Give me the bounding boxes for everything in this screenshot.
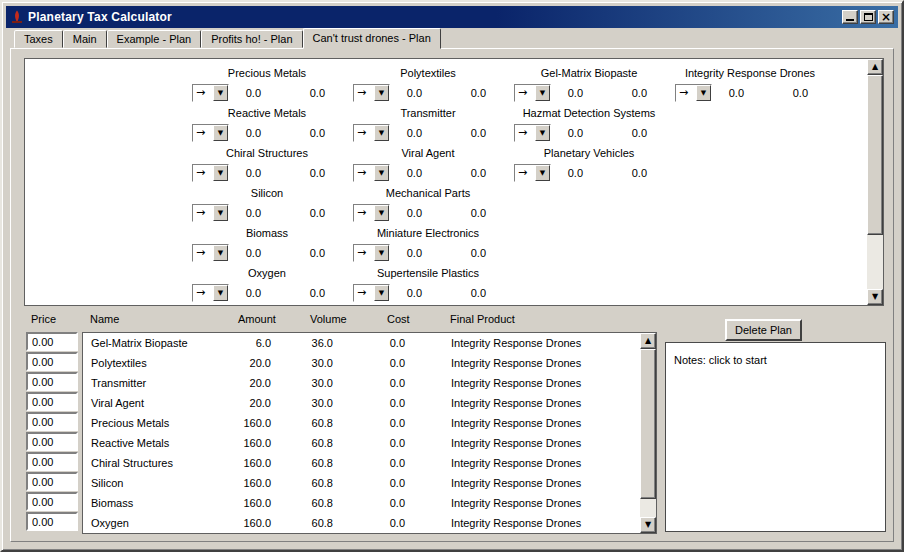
route-combobox[interactable]: → ▼ bbox=[353, 124, 390, 142]
combobox-dropdown-button[interactable]: ▼ bbox=[213, 205, 228, 221]
combobox-dropdown-button[interactable]: ▼ bbox=[374, 125, 389, 141]
combobox-dropdown-button[interactable]: ▼ bbox=[374, 85, 389, 101]
combobox-dropdown-button[interactable]: ▼ bbox=[374, 165, 389, 181]
route-combobox[interactable]: → ▼ bbox=[353, 244, 390, 262]
route-combobox-value: → bbox=[354, 285, 374, 301]
commodity-value-2: 0.0 bbox=[261, 167, 325, 179]
commodity-value-1: 0.0 bbox=[229, 287, 261, 299]
delete-plan-button[interactable]: Delete Plan bbox=[725, 319, 802, 341]
window-title: Planetary Tax Calculator bbox=[28, 10, 172, 24]
tab-profits-ho-plan[interactable]: Profits ho! - Plan bbox=[201, 30, 302, 48]
list-row[interactable]: Silicon 160.0 60.8 0.0 Integrity Respons… bbox=[83, 473, 640, 493]
list-row[interactable]: Gel-Matrix Biopaste 6.0 36.0 0.0 Integri… bbox=[83, 333, 640, 353]
combobox-dropdown-button[interactable]: ▼ bbox=[213, 85, 228, 101]
list-row[interactable]: Oxygen 160.0 60.8 0.0 Integrity Response… bbox=[83, 513, 640, 533]
route-combobox[interactable]: → ▼ bbox=[514, 84, 551, 102]
list-row[interactable]: Precious Metals 160.0 60.8 0.0 Integrity… bbox=[83, 413, 640, 433]
combobox-dropdown-button[interactable]: ▼ bbox=[213, 165, 228, 181]
item-name: Polytextiles bbox=[83, 353, 231, 373]
combobox-dropdown-button[interactable]: ▼ bbox=[213, 125, 228, 141]
minimize-button[interactable] bbox=[842, 10, 858, 24]
price-input[interactable] bbox=[26, 452, 78, 471]
combobox-dropdown-button[interactable]: ▼ bbox=[696, 85, 711, 101]
route-combobox[interactable]: → ▼ bbox=[192, 244, 229, 262]
plan-scrollbar[interactable]: ▲ ▼ bbox=[867, 59, 883, 305]
route-combobox[interactable]: → ▼ bbox=[192, 84, 229, 102]
route-combobox[interactable]: → ▼ bbox=[192, 284, 229, 302]
price-input[interactable] bbox=[26, 432, 78, 451]
scroll-down-button[interactable]: ▼ bbox=[867, 289, 883, 305]
combobox-dropdown-button[interactable]: ▼ bbox=[535, 165, 550, 181]
commodity-controls: → ▼ 0.0 0.0 bbox=[353, 243, 514, 263]
item-amount: 160.0 bbox=[231, 413, 271, 433]
route-combobox[interactable]: → ▼ bbox=[353, 164, 390, 182]
scroll-up-button[interactable]: ▲ bbox=[640, 333, 656, 349]
price-input[interactable] bbox=[26, 472, 78, 491]
scroll-down-button[interactable]: ▼ bbox=[640, 517, 656, 533]
scrollbar-thumb[interactable] bbox=[640, 349, 656, 499]
commodity-value-2: 0.0 bbox=[583, 167, 647, 179]
price-cell bbox=[26, 472, 78, 492]
commodity-cell: Miniature Electronics → ▼ 0.0 0.0 bbox=[353, 223, 514, 263]
item-final-product: Integrity Response Drones bbox=[405, 353, 581, 373]
list-row[interactable]: Transmitter 20.0 30.0 0.0 Integrity Resp… bbox=[83, 373, 640, 393]
list-row[interactable]: Reactive Metals 160.0 60.8 0.0 Integrity… bbox=[83, 433, 640, 453]
route-combobox[interactable]: → ▼ bbox=[353, 284, 390, 302]
commodity-cell: Integrity Response Drones → ▼ 0.0 0.0 bbox=[675, 63, 836, 103]
route-combobox[interactable]: → ▼ bbox=[353, 204, 390, 222]
route-combobox[interactable]: → ▼ bbox=[353, 84, 390, 102]
combobox-dropdown-button[interactable]: ▼ bbox=[213, 245, 228, 261]
commodity-label: Gel-Matrix Biopaste bbox=[514, 63, 664, 83]
maximize-button[interactable] bbox=[860, 10, 876, 24]
route-combobox[interactable]: → ▼ bbox=[514, 164, 551, 182]
scroll-up-button[interactable]: ▲ bbox=[867, 59, 883, 75]
combobox-dropdown-button[interactable]: ▼ bbox=[374, 245, 389, 261]
commodity-value-2: 0.0 bbox=[422, 167, 486, 179]
price-input[interactable] bbox=[26, 412, 78, 431]
route-combobox[interactable]: → ▼ bbox=[192, 204, 229, 222]
commodity-label: Hazmat Detection Systems bbox=[514, 103, 664, 123]
commodity-label: Integrity Response Drones bbox=[675, 63, 825, 83]
chevron-down-icon: ▼ bbox=[379, 290, 384, 297]
price-input[interactable] bbox=[26, 512, 78, 531]
price-input[interactable] bbox=[26, 492, 78, 511]
tab-taxes[interactable]: Taxes bbox=[14, 30, 63, 48]
chevron-down-icon: ▼ bbox=[218, 210, 223, 217]
tab-main[interactable]: Main bbox=[63, 30, 107, 48]
chevron-down-icon: ▼ bbox=[701, 90, 706, 97]
item-cost: 0.0 bbox=[333, 373, 405, 393]
close-button[interactable]: × bbox=[878, 10, 894, 24]
price-input[interactable] bbox=[26, 352, 78, 371]
route-combobox[interactable]: → ▼ bbox=[514, 124, 551, 142]
item-name: Precious Metals bbox=[83, 413, 231, 433]
route-combobox[interactable]: → ▼ bbox=[675, 84, 712, 102]
tab-cant-trust-drones-plan[interactable]: Can't trust drones - Plan bbox=[303, 28, 441, 49]
combobox-dropdown-button[interactable]: ▼ bbox=[535, 85, 550, 101]
combobox-dropdown-button[interactable]: ▼ bbox=[374, 285, 389, 301]
maximize-icon bbox=[864, 13, 873, 21]
scrollbar-thumb[interactable] bbox=[867, 75, 883, 235]
combobox-dropdown-button[interactable]: ▼ bbox=[213, 285, 228, 301]
list-row[interactable]: Viral Agent 20.0 30.0 0.0 Integrity Resp… bbox=[83, 393, 640, 413]
route-combobox[interactable]: → ▼ bbox=[192, 124, 229, 142]
list-row[interactable]: Chiral Structures 160.0 60.8 0.0 Integri… bbox=[83, 453, 640, 473]
item-amount: 20.0 bbox=[231, 393, 271, 413]
route-combobox[interactable]: → ▼ bbox=[192, 164, 229, 182]
commodity-label: Mechanical Parts bbox=[353, 183, 503, 203]
price-input[interactable] bbox=[26, 372, 78, 391]
commodity-cell: Precious Metals → ▼ 0.0 0.0 bbox=[192, 63, 353, 103]
title-bar[interactable]: Planetary Tax Calculator × bbox=[6, 6, 898, 28]
app-icon[interactable] bbox=[10, 10, 24, 24]
tab-example-plan[interactable]: Example - Plan bbox=[107, 30, 202, 48]
commodity-value-2: 0.0 bbox=[422, 247, 486, 259]
price-input[interactable] bbox=[26, 332, 78, 351]
combobox-dropdown-button[interactable]: ▼ bbox=[535, 125, 550, 141]
notes-area[interactable]: Notes: click to start bbox=[665, 342, 886, 532]
list-row[interactable]: Polytextiles 20.0 30.0 0.0 Integrity Res… bbox=[83, 353, 640, 373]
list-row[interactable]: Biomass 160.0 60.8 0.0 Integrity Respons… bbox=[83, 493, 640, 513]
price-input[interactable] bbox=[26, 392, 78, 411]
list-scrollbar[interactable]: ▲ ▼ bbox=[640, 333, 656, 533]
column-header-cost: Cost bbox=[387, 313, 410, 326]
item-name: Biomass bbox=[83, 493, 231, 513]
combobox-dropdown-button[interactable]: ▼ bbox=[374, 205, 389, 221]
